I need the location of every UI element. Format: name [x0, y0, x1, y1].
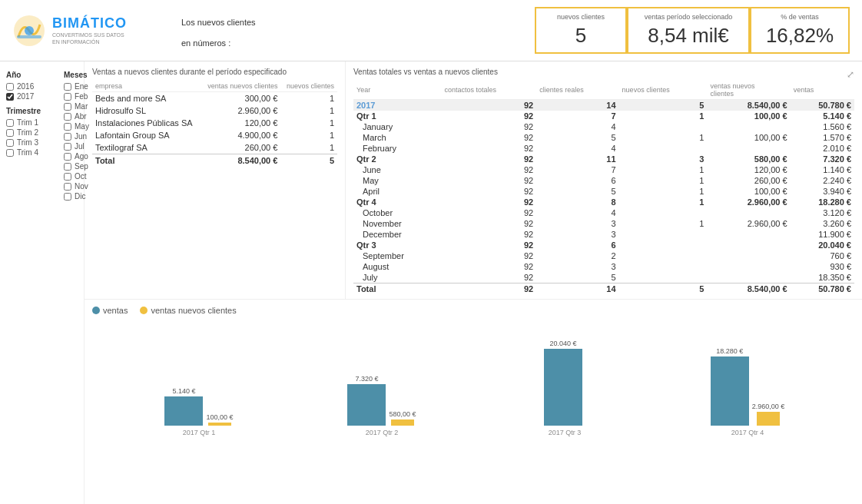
bar-ventas [347, 384, 386, 426]
total-row: Total 8.540,00 € 5 [92, 154, 337, 167]
kpi-cards: nuevos clientes 5 ventas período selecci… [535, 7, 850, 54]
table-row: Hidrosulfo SL 2.960,00 € 1 [92, 104, 337, 117]
cell-empresa: Beds and more SA [92, 92, 201, 105]
bar-nuevos-container: 2.960,00 € [752, 403, 785, 426]
col-nc: nuevos clientes [619, 81, 708, 100]
chart-x-label: 2017 Qtr 1 [183, 429, 216, 436]
kpi-value-2: 8,54 mil€ [641, 24, 736, 48]
cell-clientes: 1 [280, 117, 337, 129]
month-row: February 92 4 2.010 € [353, 143, 854, 154]
sidebar-trim3[interactable]: Trim 3 [6, 138, 41, 147]
qtr-row: Qtr 4 92 8 1 2.960,00 € 18.280 € [353, 197, 854, 207]
content: Año 2016 2017 Trimestre Trim 1 Trim 2 [0, 61, 862, 504]
cell-ventas: 260,00 € [201, 141, 280, 154]
section-left: Ventas a nuevos clientes durante el perí… [85, 61, 346, 299]
cell-ventas: 2.960,00 € [201, 104, 280, 117]
chart-x-label: 2017 Qtr 4 [731, 429, 764, 436]
checkbox-trim2[interactable] [6, 129, 14, 137]
right-section-title: Ventas totales vs ventas a nuevos client… [353, 68, 498, 76]
checkbox-trim3[interactable] [6, 139, 14, 147]
sidebar-year-2016[interactable]: 2016 [6, 82, 41, 91]
logo-brand: BIMÁTICO [52, 15, 127, 32]
checkbox-2017[interactable] [6, 93, 14, 101]
page-title: Los nuevos clientes en números : [166, 10, 535, 51]
col-empresa: empresa [92, 81, 201, 92]
kpi-ventas-periodo: ventas período seleccionado 8,54 mil€ [627, 7, 750, 54]
cell-ventas: 120,00 € [201, 117, 280, 129]
svg-rect-2 [17, 35, 41, 38]
month-row: June 92 7 1 120,00 € 1.140 € [353, 164, 854, 175]
col-ct: contactos totales [441, 81, 536, 100]
bar-ventas [544, 349, 582, 426]
right-table: Year contactos totales clientes reales n… [353, 81, 854, 294]
col-v: ventas [791, 81, 854, 100]
checkbox-2016[interactable] [6, 83, 14, 91]
sidebar-trimestre-label: Trimestre [6, 107, 41, 115]
svg-point-1 [25, 26, 34, 35]
month-row: March 92 5 1 100,00 € 1.570 € [353, 132, 854, 143]
bar-chart: 5.140 €100,00 €2017 Qtr 17.320 €580,00 €… [92, 321, 854, 436]
label-trim2: Trim 2 [17, 128, 38, 137]
left-table: empresa ventas nuevos clientes nuevos cl… [92, 81, 337, 167]
col-nuevos: nuevos clientes [280, 81, 337, 92]
left-section-title: Ventas a nuevos clientes durante el perí… [92, 68, 337, 76]
legend-ventas: ventas [92, 306, 128, 315]
year-row: 2017 92 14 5 8.540,00 € 50.780 € [353, 100, 854, 111]
month-row: September 92 2 760 € [353, 250, 854, 261]
legend-dot-nuevos [140, 307, 148, 314]
logo-area: BIMÁTICO CONVERTIMOS SUS DATOS EN INFORM… [12, 14, 166, 48]
chart-group: 20.040 €2017 Qtr 3 [473, 349, 656, 436]
sidebar: Año 2016 2017 Trimestre Trim 1 Trim 2 [0, 61, 85, 504]
kpi-label-2: ventas período seleccionado [641, 13, 736, 21]
col-year: Year [353, 81, 441, 100]
bar-nuevos [391, 419, 414, 426]
bar-nuevos [208, 423, 231, 426]
cell-ventas: 4.900,00 € [201, 129, 280, 141]
bar-ventas-container: 7.320 € [347, 375, 386, 426]
cell-empresa: Hidrosulfo SL [92, 104, 201, 117]
kpi-label-1: nuevos clientes [549, 13, 613, 21]
label-2017: 2017 [17, 92, 34, 101]
kpi-pct-ventas: % de ventas 16,82% [750, 7, 850, 54]
chart-x-label: 2017 Qtr 2 [366, 429, 399, 436]
col-vnc: ventas nuevosclientes [707, 81, 790, 100]
table-row: Instalaciones Públicas SA 120,00 € 1 [92, 117, 337, 129]
table-row: Beds and more SA 300,00 € 1 [92, 92, 337, 105]
bar-nuevos [757, 412, 780, 426]
sidebar-trim4[interactable]: Trim 4 [6, 148, 41, 157]
checkbox-trim4[interactable] [6, 149, 14, 157]
month-row: May 92 6 1 260,00 € 2.240 € [353, 175, 854, 186]
kpi-nuevos-clientes: nuevos clientes 5 [535, 7, 627, 54]
cell-empresa: Lafontain Group SA [92, 129, 201, 141]
section-right: Ventas totales vs ventas a nuevos client… [346, 61, 862, 299]
checkbox-trim1[interactable] [6, 119, 14, 127]
qtr-row: Qtr 3 92 6 20.040 € [353, 240, 854, 250]
cell-clientes: 1 [280, 141, 337, 154]
month-row: August 92 3 930 € [353, 261, 854, 272]
logo-icon [12, 14, 46, 48]
cell-clientes: 1 [280, 104, 337, 117]
total-row: Total 92 14 5 8.540,00 € 50.780 € [353, 284, 854, 295]
main: Ventas a nuevos clientes durante el perí… [85, 61, 862, 504]
month-row: October 92 4 3.120 € [353, 207, 854, 218]
logo-text: BIMÁTICO CONVERTIMOS SUS DATOS EN INFORM… [52, 15, 127, 45]
cell-empresa: Instalaciones Públicas SA [92, 117, 201, 129]
kpi-value-1: 5 [549, 24, 613, 48]
expand-icon[interactable]: ⤢ [847, 69, 854, 80]
label-trim1: Trim 1 [17, 118, 38, 127]
sidebar-ano: Año 2016 2017 Trimestre Trim 1 Trim 2 [6, 71, 41, 202]
legend-dot-ventas [92, 307, 100, 314]
logo-tagline: CONVERTIMOS SUS DATOS EN INFORMACIÓN [52, 32, 127, 45]
sidebar-year-2017[interactable]: 2017 [6, 92, 41, 101]
month-row: January 92 4 1.560 € [353, 121, 854, 132]
col-cr: clientes reales [536, 81, 618, 100]
bar-nuevos-container: 100,00 € [206, 413, 233, 426]
bar-nuevos-container: 580,00 € [389, 410, 416, 426]
table-row: Textilograf SA 260,00 € 1 [92, 141, 337, 154]
sidebar-trim1[interactable]: Trim 1 [6, 118, 41, 127]
cell-clientes: 1 [280, 129, 337, 141]
qtr-row: Qtr 2 92 11 3 580,00 € 7.320 € [353, 154, 854, 164]
header: BIMÁTICO CONVERTIMOS SUS DATOS EN INFORM… [0, 0, 862, 61]
sidebar-trim2[interactable]: Trim 2 [6, 128, 41, 137]
month-row: July 92 5 18.350 € [353, 272, 854, 284]
